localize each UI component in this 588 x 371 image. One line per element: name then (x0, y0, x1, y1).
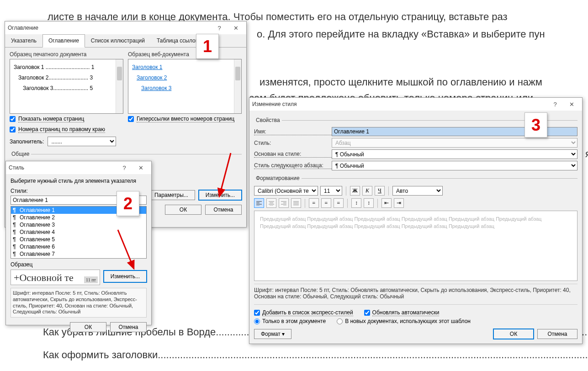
bg-text-line-3: изменятся, просто щелкните мышкой по огл… (260, 74, 542, 90)
formatting-group: Форматирование Calibri (Основной тек 11 … (254, 175, 577, 281)
bg-text-line-2: о. Для этого перейдите на вкладку «Встав… (257, 26, 545, 42)
callout-badge-2: 2 (117, 191, 139, 216)
list-item[interactable]: ¶Оглавление 5 (11, 236, 146, 243)
pilcrow-icon: ¶ (13, 251, 18, 257)
ok-button[interactable]: ОК (70, 322, 106, 332)
align-left-button[interactable] (254, 198, 264, 208)
bold-button[interactable]: Ж (350, 186, 360, 196)
tab-index[interactable]: Указатель (5, 34, 42, 47)
general-group: Общие (10, 151, 242, 159)
based-on-label: Основан на стиле: (254, 151, 332, 158)
indent-increase-button[interactable]: ⇥ (394, 198, 404, 208)
style-dialog-titlebar[interactable]: Стиль ? ✕ (6, 161, 151, 174)
based-on-select[interactable]: ¶ Обычный (332, 149, 577, 159)
next-style-label: Стиль следующего абзаца: (254, 162, 332, 169)
list-item[interactable]: ¶Оглавление 4 (11, 228, 146, 236)
list-item-label: Оглавление 3 (20, 222, 55, 228)
cancel-button[interactable]: Отмена (205, 205, 242, 215)
toc-dots: ........................................… (158, 349, 588, 360)
web-preview: Заголовок 1 Заголовок 2 Заголовок 3 (128, 59, 242, 114)
next-style-select[interactable]: ¶ Обычный (332, 161, 577, 170)
checkbox-right-align-input[interactable] (10, 127, 16, 132)
style-dialog-title: Стиль (9, 164, 24, 171)
cancel-button[interactable]: Отмена (110, 322, 147, 332)
list-item-label: Оглавление 4 (20, 229, 55, 235)
scrollbar[interactable] (234, 59, 241, 113)
toc-dialog-titlebar[interactable]: Оглавление ? ✕ (5, 21, 246, 34)
close-button[interactable]: ✕ (133, 163, 148, 173)
list-item-label: Оглавление 1 (20, 207, 55, 213)
list-item[interactable]: ¶Оглавление 3 (11, 221, 146, 228)
help-button[interactable]: ? (547, 99, 563, 109)
tab-toc[interactable]: Оглавление (42, 34, 85, 48)
pilcrow-icon: ¶ (13, 236, 18, 243)
font-size-select[interactable]: 11 (320, 186, 342, 196)
checkbox-show-page-numbers-input[interactable] (10, 116, 16, 122)
pilcrow-icon: ¶ (13, 222, 18, 228)
options-button[interactable]: Параметры... (148, 190, 195, 200)
print-preview: Заголовок 1 ............................… (10, 59, 123, 114)
pilcrow-icon: ¶ (13, 229, 18, 235)
list-item-label: Оглавление 6 (20, 244, 55, 250)
pilcrow-icon: ¶ (13, 214, 18, 221)
radio-new-documents[interactable]: В новых документах, использующих этот ша… (337, 318, 471, 324)
modify-button[interactable]: Изменить... (199, 190, 242, 200)
align-center-button[interactable] (266, 198, 276, 208)
font-family-select[interactable]: Calibri (Основной тек (254, 186, 318, 196)
web-preview-label: Образец веб-документа (128, 51, 242, 58)
font-color-select[interactable]: Авто (392, 186, 443, 196)
list-item[interactable]: ¶Оглавление 6 (11, 243, 146, 250)
checkbox-show-page-numbers[interactable]: Показать номера страниц (10, 116, 123, 122)
pilcrow-icon: ¶ (13, 207, 18, 213)
sample-preview: +Основной те 11 пт (11, 270, 100, 285)
ok-button[interactable]: ОК (493, 329, 534, 339)
list-item[interactable]: ¶Оглавление 7 (11, 250, 146, 258)
ok-button[interactable]: ОК (165, 205, 201, 215)
checkbox-hyperlinks-input[interactable] (128, 116, 134, 122)
space-before-dec-button[interactable]: ↕ (364, 198, 374, 208)
sample-label: Образец (11, 261, 147, 268)
list-item-label: Оглавление 7 (20, 251, 55, 257)
list-item-label: Оглавление 8 (20, 258, 55, 259)
line-spacing-2-button[interactable]: ≡ (334, 198, 344, 208)
scrollbar[interactable] (116, 59, 123, 113)
bg-text-edge-r: я (585, 146, 588, 161)
radio-this-document[interactable]: Только в этом документе (254, 318, 326, 324)
line-spacing-1-button[interactable]: ≡ (309, 198, 319, 208)
line-spacing-15-button[interactable]: ≡ (321, 198, 331, 208)
close-button[interactable]: ✕ (228, 23, 244, 33)
format-menu-button[interactable]: Формат ▾ (254, 329, 291, 339)
callout-badge-3: 3 (524, 112, 547, 138)
help-button[interactable]: ? (212, 23, 227, 33)
space-before-inc-button[interactable]: ↕ (351, 198, 361, 208)
print-preview-label: Образец печатного документа (10, 51, 123, 58)
web-preview-link-3[interactable]: Заголовок 3 (141, 85, 171, 91)
web-preview-link-1[interactable]: Заголовок 1 (132, 64, 162, 70)
checkbox-right-align[interactable]: Номера страниц по правому краю (10, 126, 123, 133)
list-item[interactable]: ¶Оглавление 8 (11, 258, 146, 259)
list-item-label: Оглавление 2 (20, 214, 55, 221)
checkbox-auto-update[interactable]: Обновлять автоматически (364, 309, 440, 316)
italic-button[interactable]: К (362, 186, 372, 196)
name-label: Имя: (254, 128, 332, 135)
web-preview-link-2[interactable]: Заголовок 2 (137, 74, 167, 81)
style-dialog: Стиль ? ✕ Выберите нужный стиль для элем… (5, 161, 152, 325)
underline-button[interactable]: Ч (375, 186, 385, 196)
modify-style-title: Изменение стиля (252, 101, 297, 107)
tab-leader-label: Заполнитель: (10, 138, 44, 145)
tab-leader-select[interactable]: ....... (48, 137, 116, 146)
modify-style-titlebar[interactable]: Изменение стиля ? ✕ (249, 98, 582, 111)
cancel-button[interactable]: Отмена (537, 329, 577, 339)
checkbox-hyperlinks[interactable]: Гиперссылки вместо номеров страниц (128, 116, 242, 122)
align-right-button[interactable] (279, 198, 289, 208)
align-justify-button[interactable] (291, 198, 301, 208)
style-summary: Шрифт: интервал После: 5 пт, Стиль: Обно… (254, 284, 577, 302)
indent-decrease-button[interactable]: ⇤ (381, 198, 392, 208)
tab-illustrations[interactable]: Список иллюстраций (85, 34, 151, 47)
close-button[interactable]: ✕ (564, 99, 579, 109)
style-type-select: Абзац (332, 138, 577, 148)
modify-style-button[interactable]: Изменить... (104, 270, 147, 282)
help-button[interactable]: ? (117, 163, 132, 173)
checkbox-add-quick-styles[interactable]: Добавить в список экспресс-стилей (254, 309, 353, 316)
toc-dialog-title: Оглавление (8, 25, 38, 31)
